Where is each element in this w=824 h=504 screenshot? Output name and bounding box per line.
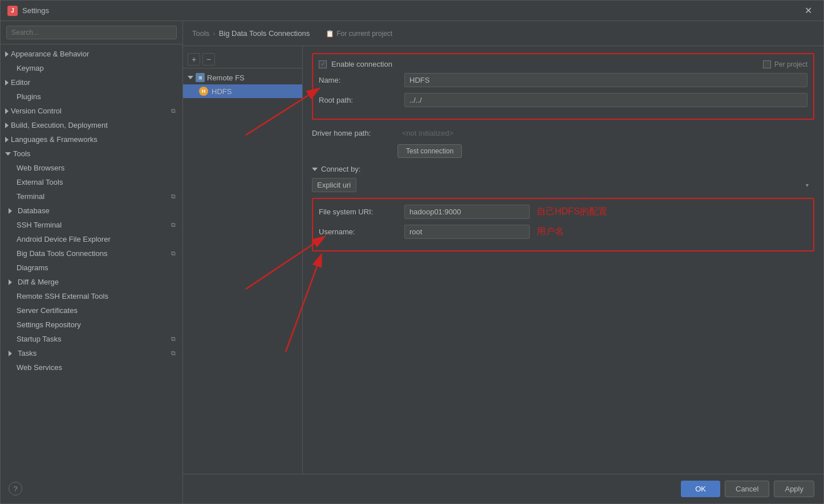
sidebar-item-label: Big Data Tools Connections [17, 249, 107, 258]
search-input[interactable] [6, 26, 177, 39]
bottom-bar: OK Cancel Apply [183, 474, 823, 503]
main-header: Tools › Big Data Tools Connections 📋 For… [183, 21, 823, 46]
help-button[interactable]: ? [9, 482, 22, 495]
sidebar-item-diff-merge[interactable]: Diff & Merge [1, 275, 182, 289]
sidebar-item-web-browsers[interactable]: Web Browsers [1, 161, 182, 175]
expand-icon [9, 279, 12, 285]
username-label: Username: [319, 227, 404, 236]
sidebar-item-ssh-terminal[interactable]: SSH Terminal ⧉ [1, 218, 182, 232]
cancel-button[interactable]: Cancel [725, 481, 769, 497]
file-system-uri-input[interactable] [404, 205, 530, 219]
connection-tree-panel: + − ⊞ Remote FS H HDFS [183, 46, 303, 474]
sidebar-item-plugins[interactable]: Plugins [1, 90, 182, 104]
remove-connection-button[interactable]: − [202, 53, 215, 66]
connect-by-expand-icon [312, 168, 318, 171]
expand-icon [5, 137, 9, 143]
main-panel: Tools › Big Data Tools Connections 📋 For… [183, 21, 823, 503]
sidebar-items-list: Appearance & Behavior Keymap Editor Plug… [1, 44, 182, 503]
sidebar-item-label: Tasks [18, 349, 36, 357]
breadcrumb-parent: Tools [192, 29, 209, 38]
test-connection-button[interactable]: Test connection [397, 144, 462, 158]
sidebar-item-tasks[interactable]: Tasks ⧉ [1, 346, 182, 360]
add-connection-button[interactable]: + [188, 53, 200, 66]
collapse-icon [5, 152, 11, 156]
sidebar-item-appearance[interactable]: Appearance & Behavior [1, 47, 182, 61]
copy-icon: ⧉ [171, 349, 176, 357]
sidebar-item-startup-tasks[interactable]: Startup Tasks ⧉ [1, 332, 182, 346]
sidebar-item-label: Keymap [17, 64, 44, 72]
titlebar: J Settings ✕ [1, 1, 823, 21]
root-path-row: Root path: [319, 93, 807, 107]
name-row: Name: [319, 73, 807, 87]
sidebar-item-label: Startup Tasks [17, 335, 62, 343]
expand-icon [5, 123, 9, 128]
file-system-annotation: 自己HDFS的配置 [537, 206, 607, 218]
form-panel: Enable connection Per project Name: Root… [303, 46, 823, 474]
sidebar-item-languages[interactable]: Languages & Frameworks [1, 132, 182, 147]
sidebar-item-diagrams[interactable]: Diagrams [1, 261, 182, 275]
username-input[interactable] [404, 225, 530, 239]
sidebar-search-area [1, 21, 182, 44]
close-button[interactable]: ✕ [800, 3, 817, 18]
file-system-uri-label: File system URI: [319, 208, 404, 216]
sidebar-item-terminal[interactable]: Terminal ⧉ [1, 189, 182, 204]
sidebar-item-label: Diagrams [17, 263, 48, 272]
sidebar-item-label: Editor [11, 78, 30, 87]
expand-icon [9, 351, 12, 356]
tree-toolbar: + − [183, 51, 302, 68]
settings-window: J Settings ✕ Appearance & Behavior Keyma… [0, 0, 824, 504]
sidebar-item-label: Appearance & Behavior [11, 50, 89, 58]
expand-icon [9, 208, 12, 214]
connect-by-select[interactable]: Explicit uri [312, 178, 356, 192]
connect-by-row: Connect by: [312, 165, 814, 173]
sidebar-item-label: Build, Execution, Deployment [11, 121, 108, 129]
sidebar-item-label: Tools [13, 149, 30, 158]
sidebar-item-web-services[interactable]: Web Services [1, 360, 182, 375]
sidebar-item-build[interactable]: Build, Execution, Deployment [1, 118, 182, 132]
sidebar-item-settings-repo[interactable]: Settings Repository [1, 318, 182, 332]
per-project-checkbox[interactable] [763, 60, 771, 68]
enable-checkbox[interactable] [319, 60, 327, 68]
sidebar-item-editor[interactable]: Editor [1, 75, 182, 90]
copy-icon: ⧉ [171, 335, 176, 343]
collapse-icon [188, 76, 193, 79]
sidebar-item-server-certs[interactable]: Server Certificates [1, 303, 182, 318]
sidebar-item-version-control[interactable]: Version Control ⧉ [1, 104, 182, 118]
breadcrumb: Tools › Big Data Tools Connections [192, 29, 310, 38]
sidebar-item-label: Plugins [17, 92, 41, 101]
username-annotation: 用户名 [537, 226, 564, 238]
copy-icon: ⧉ [171, 221, 176, 229]
sidebar-item-external-tools[interactable]: External Tools [1, 175, 182, 189]
sidebar-item-tools[interactable]: Tools [1, 147, 182, 161]
explicit-uri-area: Explicit uri [312, 178, 814, 192]
sidebar-item-android[interactable]: Android Device File Explorer [1, 232, 182, 246]
breadcrumb-current: Big Data Tools Connections [219, 29, 310, 38]
window-title: Settings [22, 6, 800, 15]
tree-leaf-label: HDFS [212, 87, 232, 96]
per-project-label: Per project [774, 60, 807, 68]
copy-icon: ⧉ [171, 193, 176, 200]
expand-icon [5, 108, 9, 114]
for-project-area: 📋 For current project [326, 30, 392, 38]
hdfs-icon: H [199, 87, 208, 96]
sidebar-item-label: Android Device File Explorer [17, 235, 111, 243]
driver-home-row: Driver home path: <not initialized> [312, 127, 814, 140]
sidebar-item-database[interactable]: Database [1, 204, 182, 218]
root-path-label: Root path: [319, 96, 404, 104]
sidebar-item-remote-ssh[interactable]: Remote SSH External Tools [1, 289, 182, 303]
tree-group-label: Remote FS [207, 74, 245, 82]
sidebar-item-label: Web Browsers [17, 164, 64, 172]
root-path-input[interactable] [404, 93, 807, 107]
name-input[interactable] [404, 73, 807, 87]
tree-group-remote-fs[interactable]: ⊞ Remote FS [183, 71, 302, 84]
sidebar-item-big-data[interactable]: Big Data Tools Connections ⧉ [1, 246, 182, 261]
tree-leaf-hdfs[interactable]: H HDFS [183, 84, 302, 98]
sidebar-item-keymap[interactable]: Keymap [1, 61, 182, 75]
ok-button[interactable]: OK [681, 481, 720, 497]
uri-settings-section: File system URI: 自己HDFS的配置 Username: 用户名 [312, 198, 814, 251]
sidebar-item-label: Remote SSH External Tools [17, 292, 108, 300]
basic-settings-section: Enable connection Per project Name: Root… [312, 53, 814, 120]
apply-button[interactable]: Apply [774, 481, 814, 497]
for-project-label: For current project [336, 30, 392, 38]
driver-home-label: Driver home path: [312, 129, 397, 137]
